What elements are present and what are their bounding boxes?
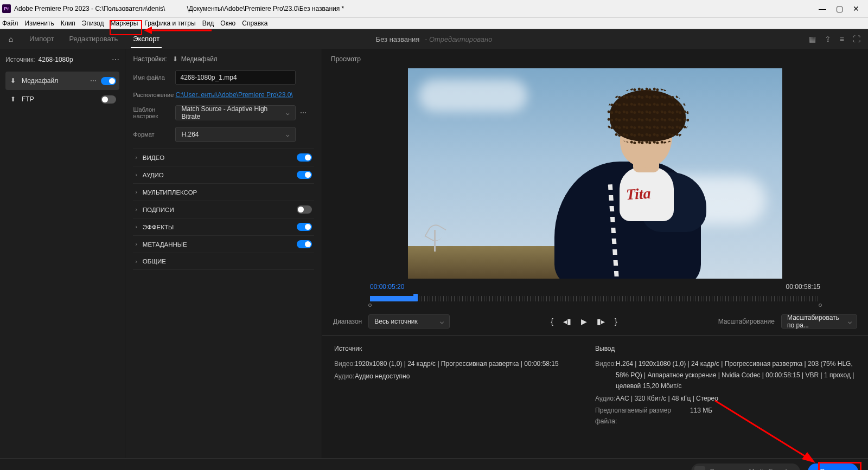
output-video-value: H.264 | 1920x1080 (1,0) | 24 кадр/с | Пр… [616, 358, 856, 391]
source-value: 4268-1080p [39, 56, 73, 63]
destination-label: FTP [22, 95, 34, 103]
destination-toggle[interactable] [101, 77, 116, 85]
close-icon[interactable]: ✕ [853, 4, 859, 13]
home-icon[interactable]: ⌂ [0, 35, 22, 43]
range-dropdown[interactable]: Весь источник [368, 314, 450, 329]
section-metadata[interactable]: › МЕТАДАННЫЕ [133, 235, 314, 253]
source-label: Источник: [5, 56, 35, 63]
source-audio-value: Аудио недоступно [355, 371, 595, 382]
format-dropdown[interactable]: H.264 [175, 127, 296, 142]
tab-edit[interactable]: Редактировать [67, 30, 120, 48]
section-toggle[interactable] [297, 171, 312, 179]
destination-more-icon[interactable]: ⋯ [90, 77, 97, 85]
destinations-panel: Источник: 4268-1080p ⋯ ⬇ Медиафайл ⋯ ⬆ F… [0, 49, 125, 458]
menu-clip[interactable]: Клип [61, 20, 75, 27]
play-icon[interactable]: ▶ [581, 317, 587, 326]
menu-view[interactable]: Вид [202, 20, 214, 27]
media-encoder-icon: Me [694, 466, 705, 471]
section-effects[interactable]: › ЭФФЕКТЫ [133, 218, 314, 235]
menu-file[interactable]: Файл [2, 20, 18, 27]
source-info-header: Источник [334, 343, 595, 354]
project-name: Без названия [376, 35, 420, 43]
section-toggle[interactable] [297, 240, 312, 248]
topbar: ⌂ Импорт Редактировать Экспорт Без назва… [0, 29, 868, 49]
section-audio[interactable]: › АУДИО [133, 166, 314, 183]
chevron-right-icon: › [135, 189, 137, 195]
timeline-scrubber[interactable] [370, 293, 820, 306]
export-button[interactable]: Экспорт [808, 463, 858, 471]
fullscreen-icon[interactable]: ⛶ [853, 35, 860, 43]
destination-toggle[interactable] [101, 95, 116, 104]
scale-label: Масштабирование [718, 318, 775, 325]
download-icon: ⬇ [173, 55, 178, 63]
menu-window[interactable]: Окно [220, 20, 235, 27]
source-info: Источник Видео:1920x1080 (1,0) | 24 кадр… [334, 343, 595, 428]
section-captions[interactable]: › ПОДПИСИ [133, 201, 314, 218]
settings-target: Медиафайл [181, 55, 218, 63]
chevron-right-icon: › [135, 154, 137, 160]
chevron-right-icon: › [135, 207, 137, 213]
source-video-value: 1920x1080 (1,0) | 24 кадр/с | Прогрессив… [355, 358, 595, 369]
window-title: Adobe Premiere Pro 2023 - C:\Пользовател… [14, 5, 165, 12]
format-label: Формат [133, 131, 175, 138]
mark-in-icon[interactable]: { [551, 317, 553, 326]
chevron-right-icon: › [135, 224, 137, 230]
mark-out-icon[interactable]: } [615, 317, 617, 326]
range-label: Диапазон [333, 318, 362, 325]
chevron-right-icon: › [135, 172, 137, 178]
upload-icon: ⬆ [9, 95, 17, 103]
section-multiplexer[interactable]: › МУЛЬТИПЛЕКСОР [133, 183, 314, 201]
filename-input[interactable] [175, 70, 296, 85]
workspace-icon[interactable]: ▦ [809, 35, 816, 43]
source-more-icon[interactable]: ⋯ [112, 55, 119, 64]
menu-edit[interactable]: Изменить [25, 20, 54, 27]
chevron-right-icon: › [135, 259, 137, 265]
menu-graphics[interactable]: Графика и титры [144, 20, 195, 27]
menu-markers[interactable]: Маркеры [110, 20, 138, 27]
edited-label: - Отредактировано [425, 35, 492, 43]
window-title-path: \Документы\Adobe\Premiere Pro\23.0\Без н… [187, 5, 344, 12]
share-icon[interactable]: ⇪ [825, 35, 831, 43]
video-preview[interactable]: Tita [408, 68, 782, 279]
send-to-media-encoder-button[interactable]: Me Отправить в Media Encoder [691, 463, 800, 471]
footer: Me Отправить в Media Encoder Экспорт [0, 458, 868, 470]
menubar: Файл Изменить Клип Эпизод Маркеры График… [0, 17, 868, 29]
settings-label: Настройки: [133, 55, 167, 63]
maximize-icon[interactable]: ▢ [836, 4, 843, 13]
output-size-value: 113 МБ [690, 405, 856, 427]
location-label: Расположение [133, 92, 175, 98]
menu-help[interactable]: Справка [242, 20, 267, 27]
section-toggle[interactable] [297, 153, 312, 162]
section-video[interactable]: › ВИДЕО [133, 149, 314, 166]
preset-dropdown[interactable]: Match Source - Adaptive High Bitrate [175, 105, 296, 120]
out-timecode[interactable]: 00:00:58:15 [786, 283, 820, 291]
in-timecode[interactable]: 00:00:05:20 [370, 283, 404, 291]
playhead-handle[interactable] [413, 294, 418, 301]
step-back-icon[interactable]: ◂▮ [563, 317, 571, 326]
minimize-icon[interactable]: — [819, 4, 826, 13]
location-link[interactable]: C:\User..енты\Adobe\Premiere Pro\23.0\ [175, 91, 292, 99]
destination-label: Медиафайл [22, 77, 58, 85]
menu-sequence[interactable]: Эпизод [82, 20, 104, 27]
preset-label: Шаблон настроек [133, 106, 175, 119]
download-icon: ⬇ [9, 77, 17, 85]
section-toggle[interactable] [297, 205, 312, 214]
section-general[interactable]: › ОБЩИЕ [133, 253, 314, 270]
tab-export[interactable]: Экспорт [131, 30, 162, 48]
panel-menu-icon[interactable]: ≡ [840, 35, 844, 43]
tab-import[interactable]: Импорт [27, 30, 56, 48]
titlebar: Pr Adobe Premiere Pro 2023 - C:\Пользова… [0, 0, 868, 17]
destination-ftp[interactable]: ⬆ FTP [5, 90, 119, 108]
destination-mediafile[interactable]: ⬇ Медиафайл ⋯ [5, 72, 119, 90]
preview-label: Просмотр [322, 49, 868, 66]
section-toggle[interactable] [297, 223, 312, 231]
step-forward-icon[interactable]: ▮▸ [597, 317, 605, 326]
filename-label: Имя файла [133, 74, 175, 81]
scale-dropdown[interactable]: Масштабировать по ра... [781, 314, 857, 329]
chevron-right-icon: › [135, 241, 137, 247]
output-info-header: Вывод [595, 343, 856, 354]
app-icon: Pr [2, 4, 11, 13]
preview-panel: Просмотр Tita 00:00:05:20 00:00:58:15 [322, 49, 868, 458]
output-info: Вывод Видео:H.264 | 1920x1080 (1,0) | 24… [595, 343, 856, 428]
preset-more-icon[interactable]: ⋯ [300, 109, 307, 117]
